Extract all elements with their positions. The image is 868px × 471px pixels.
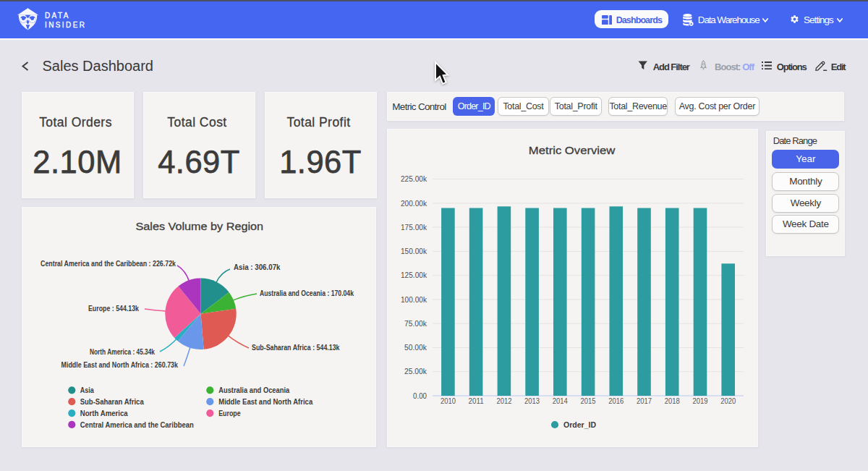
svg-text:2017: 2017 bbox=[637, 396, 652, 405]
svg-text:2015: 2015 bbox=[581, 396, 596, 405]
svg-text:Central America and the Caribb: Central America and the Caribbean : 226.… bbox=[41, 259, 176, 268]
svg-text:Order_ID: Order_ID bbox=[563, 420, 596, 429]
svg-text:2010: 2010 bbox=[441, 396, 456, 405]
svg-text:Asia: Asia bbox=[80, 386, 95, 394]
svg-text:2013: 2013 bbox=[524, 396, 540, 405]
svg-text:200.00k: 200.00k bbox=[401, 199, 427, 208]
svg-text:Australia and Oceania: Australia and Oceania bbox=[218, 386, 290, 394]
svg-text:2019: 2019 bbox=[693, 396, 708, 405]
svg-text:Metric Overview: Metric Overview bbox=[529, 144, 616, 156]
svg-text:2014: 2014 bbox=[553, 396, 568, 405]
svg-text:Asia : 306.07k: Asia : 306.07k bbox=[234, 263, 281, 271]
svg-text:North America : 45.34k: North America : 45.34k bbox=[90, 347, 156, 356]
svg-text:Central America and the Caribb: Central America and the Caribbean bbox=[80, 420, 194, 429]
svg-text:100.00k: 100.00k bbox=[401, 295, 427, 304]
svg-text:Sub-Saharan Africa : 544.13k: Sub-Saharan Africa : 544.13k bbox=[252, 343, 340, 352]
svg-text:Sales Volume by Region: Sales Volume by Region bbox=[135, 220, 263, 232]
svg-text:0.00: 0.00 bbox=[413, 391, 427, 400]
svg-text:2018: 2018 bbox=[665, 396, 680, 405]
svg-text:2011: 2011 bbox=[469, 396, 484, 405]
svg-text:Sub-Saharan Africa: Sub-Saharan Africa bbox=[80, 397, 145, 406]
svg-text:50.00k: 50.00k bbox=[404, 343, 427, 352]
svg-text:Middle East and North Africa :: Middle East and North Africa : 260.73k bbox=[61, 360, 179, 369]
svg-text:Europe: Europe bbox=[218, 409, 241, 417]
svg-text:125.00k: 125.00k bbox=[401, 271, 427, 279]
svg-text:2012: 2012 bbox=[496, 396, 511, 405]
svg-text:175.00k: 175.00k bbox=[401, 223, 427, 232]
svg-text:2020: 2020 bbox=[720, 396, 736, 405]
svg-text:North America: North America bbox=[80, 409, 129, 417]
svg-text:150.00k: 150.00k bbox=[401, 247, 427, 255]
svg-text:Europe : 544.13k: Europe : 544.13k bbox=[88, 304, 140, 313]
svg-text:Middle East and North Africa: Middle East and North Africa bbox=[218, 397, 313, 406]
svg-text:Australia and Oceania : 170.04: Australia and Oceania : 170.04k bbox=[260, 289, 354, 297]
svg-text:2016: 2016 bbox=[608, 396, 624, 405]
svg-text:225.00k: 225.00k bbox=[401, 174, 427, 183]
svg-text:25.00k: 25.00k bbox=[404, 367, 427, 375]
svg-text:75.00k: 75.00k bbox=[404, 319, 427, 328]
